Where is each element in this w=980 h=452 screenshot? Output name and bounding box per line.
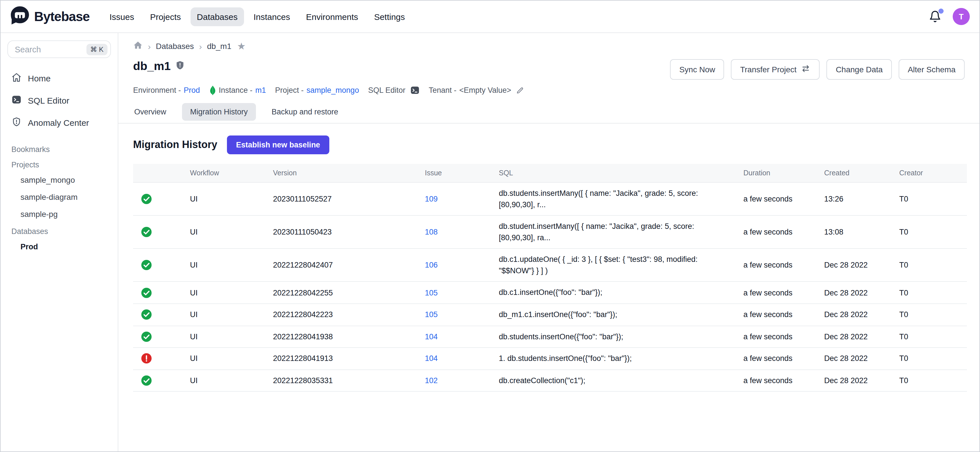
workflow-cell: UI xyxy=(190,282,273,304)
meta-tenant: Tenant - <Empty Value> xyxy=(429,86,524,94)
tab-migration-history[interactable]: Migration History xyxy=(182,103,256,121)
table-row[interactable]: UI 20221228042407 106 db.c1.updateOne( {… xyxy=(133,249,967,282)
issue-link[interactable]: 105 xyxy=(425,288,438,297)
nav-item-environments[interactable]: Environments xyxy=(300,7,364,26)
establish-baseline-button[interactable]: Establish new baseline xyxy=(227,136,329,154)
pencil-icon[interactable] xyxy=(516,86,524,94)
status-success-icon xyxy=(141,331,184,342)
sidebar-item-home[interactable]: Home xyxy=(7,67,111,89)
sidebar-section-bookmarks: Bookmarks xyxy=(7,141,111,156)
breadcrumb-home-icon[interactable] xyxy=(133,40,143,52)
meta-project: Project - sample_mongo xyxy=(275,86,359,94)
instance-link[interactable]: m1 xyxy=(255,86,266,94)
meta-environment: Environment - Prod xyxy=(133,86,200,94)
table-row[interactable]: UI 20221228041913 104 1. db.students.ins… xyxy=(133,348,967,369)
section-title: Migration History xyxy=(133,139,217,151)
created-cell: 13:26 xyxy=(824,182,899,216)
sql-cell: db.students.insertMany([ { name: "Jacika… xyxy=(499,188,738,210)
meta-instance: Instance - m1 xyxy=(209,85,266,95)
breadcrumb-db-m1[interactable]: db_m1 xyxy=(207,42,231,51)
search-input[interactable] xyxy=(14,44,86,54)
nav-item-projects[interactable]: Projects xyxy=(144,7,187,26)
transfer-arrows-icon xyxy=(801,64,811,75)
breadcrumb-separator-icon: › xyxy=(199,42,202,50)
tenant-label: Tenant - xyxy=(429,86,457,94)
bookmark-star-icon[interactable]: ★ xyxy=(237,41,246,51)
nav-item-databases[interactable]: Databases xyxy=(191,7,244,26)
database-tabs: Overview Migration History Backup and re… xyxy=(133,103,965,121)
duration-cell: a few seconds xyxy=(743,282,824,304)
transfer-project-button[interactable]: Transfer Project xyxy=(731,59,820,80)
project-link[interactable]: sample_mongo xyxy=(307,86,359,94)
nav-item-settings[interactable]: Settings xyxy=(368,7,411,26)
sql-editor-terminal-icon[interactable] xyxy=(410,85,420,95)
creator-cell: T0 xyxy=(899,348,967,369)
version-cell: 20221228035331 xyxy=(273,369,425,391)
sql-cell: db.student.insertMany([ { name: "Jacika"… xyxy=(499,221,738,243)
creator-cell: T0 xyxy=(899,282,967,304)
created-cell: Dec 28 2022 xyxy=(824,282,899,304)
issue-link[interactable]: 108 xyxy=(425,228,438,236)
table-row[interactable]: UI 20221228035331 102 db.createCollectio… xyxy=(133,369,967,391)
sync-now-button[interactable]: Sync Now xyxy=(670,59,724,80)
table-row[interactable]: UI 20221228042223 105 db_m1.c1.insertOne… xyxy=(133,304,967,326)
sidebar-item-anomaly-center[interactable]: Anomaly Center xyxy=(7,112,111,134)
created-cell: Dec 28 2022 xyxy=(824,304,899,326)
issue-link[interactable]: 106 xyxy=(425,261,438,270)
table-row[interactable]: UI 20230111050423 108 db.student.insertM… xyxy=(133,216,967,249)
main-nav-menu: Issues Projects Databases Instances Envi… xyxy=(103,7,411,26)
nav-item-issues[interactable]: Issues xyxy=(103,7,140,26)
meta-sql-editor[interactable]: SQL Editor xyxy=(368,85,420,95)
page-actions: Sync Now Transfer Project xyxy=(670,59,965,80)
sidebar-section-databases: Databases xyxy=(7,223,111,238)
issue-link[interactable]: 102 xyxy=(425,376,438,385)
sql-cell: db_m1.c1.insertOne({"foo": "bar"}); xyxy=(499,309,738,320)
sidebar-project-sample-mongo[interactable]: sample_mongo xyxy=(7,171,111,188)
breadcrumb-separator-icon: › xyxy=(148,42,151,50)
table-row[interactable]: UI 20221228042255 105 db.c1.insertOne({"… xyxy=(133,282,967,304)
tab-overview[interactable]: Overview xyxy=(133,103,167,121)
creator-cell: T0 xyxy=(899,326,967,348)
creator-cell: T0 xyxy=(899,369,967,391)
change-data-button[interactable]: Change Data xyxy=(827,59,892,80)
sidebar-item-sql-editor[interactable]: SQL Editor xyxy=(7,89,111,112)
notification-dot xyxy=(939,8,943,14)
sidebar: ⌘ K Home xyxy=(0,33,118,452)
duration-cell: a few seconds xyxy=(743,304,824,326)
sidebar-section-projects: Projects xyxy=(7,156,111,171)
avatar[interactable]: T xyxy=(953,8,970,25)
version-cell: 20230111052527 xyxy=(273,182,425,216)
environment-link[interactable]: Prod xyxy=(184,86,200,94)
page-title-text: db_m1 xyxy=(133,59,171,73)
alter-schema-button[interactable]: Alter Schema xyxy=(899,59,965,80)
issue-link[interactable]: 104 xyxy=(425,332,438,341)
migration-table-body: UI 20230111052527 109 db.students.insert… xyxy=(133,182,967,391)
status-error-icon xyxy=(141,353,184,364)
status-success-icon xyxy=(141,375,184,386)
created-cell: 13:08 xyxy=(824,216,899,249)
breadcrumb-databases[interactable]: Databases xyxy=(156,42,194,51)
terminal-icon xyxy=(11,94,22,107)
duration-cell: a few seconds xyxy=(743,326,824,348)
status-success-icon xyxy=(141,260,184,271)
sidebar-project-sample-diagram[interactable]: sample-diagram xyxy=(7,188,111,206)
table-row[interactable]: UI 20221228041938 104 db.students.insert… xyxy=(133,326,967,348)
notification-bell-icon[interactable] xyxy=(929,10,941,23)
creator-cell: T0 xyxy=(899,216,967,249)
tab-backup-and-restore[interactable]: Backup and restore xyxy=(270,103,339,121)
brand-wordmark: Bytebase xyxy=(34,9,89,24)
viewport: Bytebase Issues Projects Databases Insta… xyxy=(0,0,980,452)
created-cell: Dec 28 2022 xyxy=(824,326,899,348)
sidebar-item-label: Anomaly Center xyxy=(28,118,89,128)
bytebase-logo[interactable]: Bytebase xyxy=(10,6,89,27)
nav-item-instances[interactable]: Instances xyxy=(247,7,296,26)
issue-link[interactable]: 105 xyxy=(425,310,438,319)
issue-link[interactable]: 109 xyxy=(425,195,438,203)
sidebar-project-sample-pg[interactable]: sample-pg xyxy=(7,206,111,223)
sidebar-database-prod[interactable]: Prod xyxy=(7,238,111,255)
col-creator: Creator xyxy=(899,164,967,182)
table-row[interactable]: UI 20230111052527 109 db.students.insert… xyxy=(133,182,967,216)
issue-link[interactable]: 104 xyxy=(425,355,438,363)
creator-cell: T0 xyxy=(899,304,967,326)
migration-history-table: Workflow Version Issue SQL Duration Crea… xyxy=(133,164,967,392)
